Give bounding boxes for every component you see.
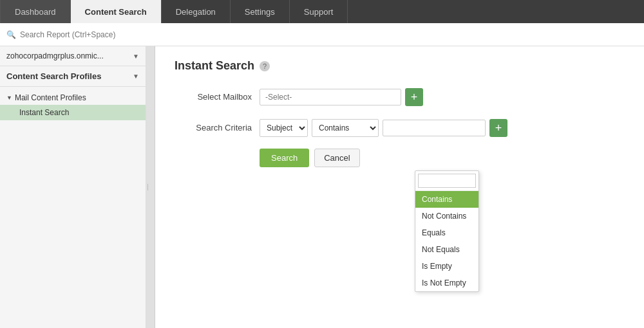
dropdown-item-is-not-empty[interactable]: Is Not Empty [415,275,478,291]
sidebar-group-mail-content[interactable]: ▼ Mail Content Profiles [0,91,146,105]
main-content: Instant Search ? Select Mailbox + Search… [155,46,644,328]
chevron-down-icon-section: ▼ [133,73,139,80]
chevron-down-icon: ▼ [133,53,139,60]
tab-settings[interactable]: Settings [231,0,290,23]
sidebar-item-instant-search[interactable]: Instant Search [0,105,146,120]
condition-dropdown: Contains Not Contains Equals Not Equals … [415,170,479,292]
page-title-row: Instant Search ? [175,59,625,73]
dropdown-item-not-equals[interactable]: Not Equals [415,241,478,258]
dropdown-item-equals[interactable]: Equals [415,224,478,241]
search-input[interactable] [20,30,638,39]
resize-handle[interactable]: ⎸ [146,46,155,328]
group-label-text: Mail Content Profiles [15,93,86,102]
dropdown-item-contains[interactable]: Contains [415,191,478,208]
action-buttons: Search Cancel [260,149,360,167]
cancel-button[interactable]: Cancel [314,149,359,167]
search-bar: 🔍 [0,23,644,46]
sidebar: zohocorpadmgrplus.onmic... ▼ Content Sea… [0,46,146,328]
tab-delegation[interactable]: Delegation [162,0,231,23]
sidebar-section-header[interactable]: Content Search Profiles ▼ [0,66,146,87]
search-criteria-label: Search Criteria [175,119,252,132]
search-criteria-controls: Subject From To Date Body Contains Not C… [260,119,625,167]
search-icon: 🔍 [6,30,16,39]
mailbox-input[interactable] [260,89,401,105]
triangle-icon: ▼ [6,95,12,101]
page-title: Instant Search [175,59,254,73]
tab-support[interactable]: Support [290,0,348,23]
account-name: zohocorpadmgrplus.onmic... [6,51,104,60]
layout: zohocorpadmgrplus.onmic... ▼ Content Sea… [0,46,644,328]
tab-content-search[interactable]: Content Search [71,0,162,23]
top-nav: Dashboard Content Search Delegation Sett… [0,0,644,23]
help-icon[interactable]: ? [260,61,270,71]
section-header-label: Content Search Profiles [6,71,101,81]
dropdown-search-input[interactable] [418,174,476,188]
dropdown-items: Contains Not Contains Equals Not Equals … [415,191,478,291]
add-criteria-button[interactable]: + [489,119,507,137]
tab-dashboard[interactable]: Dashboard [0,0,71,23]
search-criteria-row: Search Criteria Subject From To Date Bod… [175,119,625,167]
add-mailbox-button[interactable]: + [405,88,423,106]
condition-select[interactable]: Contains Not Contains Equals Not Equals … [312,119,379,137]
sidebar-item-group: ▼ Mail Content Profiles Instant Search [0,87,146,124]
sidebar-account[interactable]: zohocorpadmgrplus.onmic... ▼ [0,46,146,66]
select-mailbox-controls: + [260,88,625,106]
select-mailbox-label: Select Mailbox [175,88,252,102]
select-mailbox-row: Select Mailbox + [175,88,625,106]
dropdown-item-not-contains[interactable]: Not Contains [415,208,478,224]
subject-select[interactable]: Subject From To Date Body [260,119,308,137]
dropdown-search-box [415,171,478,191]
criteria-area: Subject From To Date Body Contains Not C… [260,119,507,137]
dropdown-item-is-empty[interactable]: Is Empty [415,258,478,275]
search-button[interactable]: Search [260,149,309,167]
criteria-value-input[interactable] [383,120,486,136]
